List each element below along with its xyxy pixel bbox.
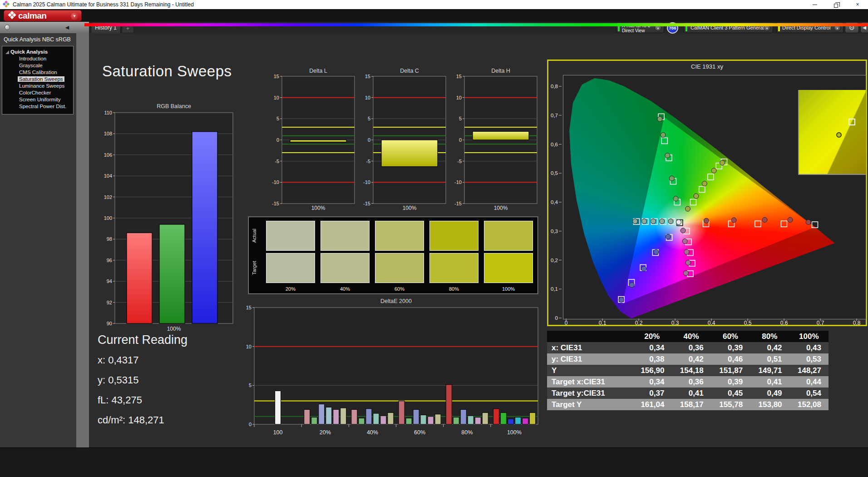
svg-text:15: 15	[365, 74, 370, 79]
svg-text:100%: 100%	[311, 205, 326, 211]
sidebar-item-grayscale[interactable]: Grayscale	[2, 62, 73, 69]
sidebar-bullet-icon[interactable]	[5, 25, 10, 30]
deltae-bar	[460, 409, 466, 424]
measured-magenta	[684, 271, 689, 276]
svg-text:-5: -5	[457, 159, 462, 164]
table-cell: 0,36	[671, 376, 710, 388]
sidebar-item-colorchecker[interactable]: ColorChecker	[2, 89, 73, 96]
svg-text:15: 15	[246, 305, 252, 310]
deltae-bar	[508, 419, 513, 424]
measured-green	[665, 153, 670, 158]
svg-text:5: 5	[249, 383, 252, 388]
table-cell: 0,39	[711, 342, 750, 353]
sidebar-item-screen-uniformity[interactable]: Screen Uniformity	[2, 96, 73, 103]
svg-text:0,2: 0,2	[551, 258, 558, 263]
deltae-bar	[500, 412, 506, 424]
svg-text:0,5: 0,5	[551, 170, 558, 176]
sidebar-item-saturation-sweeps[interactable]: Saturation Sweeps	[2, 76, 73, 83]
svg-text:60%: 60%	[414, 429, 425, 436]
deltae-bar	[373, 413, 379, 424]
calman-menu-button[interactable]: calman ▼	[4, 10, 82, 21]
svg-text:0,5: 0,5	[744, 320, 752, 326]
svg-text:0,2: 0,2	[635, 320, 643, 326]
svg-text:20%: 20%	[320, 429, 331, 436]
swatch-actual-80%	[429, 221, 478, 251]
swatch-actual-60%	[375, 221, 424, 251]
measured-white	[676, 219, 681, 224]
measured-blue	[619, 297, 624, 302]
swatch-col-label: 60%	[375, 285, 424, 293]
table-cell: 0,43	[789, 342, 829, 353]
target-red	[755, 221, 761, 227]
svg-text:100%: 100%	[167, 326, 181, 332]
svg-text:0: 0	[368, 137, 370, 143]
svg-text:0,6: 0,6	[551, 142, 558, 147]
delta_h-svg: Delta H-15-10-5051015100%	[448, 66, 539, 216]
measured-yellow	[711, 168, 716, 173]
table-row-label: x: CIE31	[547, 342, 632, 353]
swatch-actual-20%	[266, 221, 315, 251]
chevron-down-icon[interactable]: ▼	[71, 13, 78, 20]
measured-cyan	[633, 219, 638, 224]
svg-text:-15: -15	[454, 201, 462, 206]
cie-points-overlay: 00,10,20,30,40,50,60,70,800,10,20,30,40,…	[547, 60, 867, 326]
target-yellow	[690, 199, 696, 205]
reading-value: y: 0,5315	[98, 374, 187, 386]
deltae-bar	[359, 418, 365, 424]
measured-red	[806, 219, 811, 224]
sidebar-splitter[interactable]	[76, 33, 89, 447]
svg-text:80%: 80%	[461, 429, 473, 436]
table-col-header: 80%	[750, 331, 789, 342]
svg-text:0,3: 0,3	[671, 320, 679, 326]
measured-green	[673, 196, 678, 201]
table-cell: 156,90	[632, 365, 671, 376]
table-row-x-cie31: x: CIE310,340,360,390,420,43	[547, 342, 829, 353]
deltae-bar	[482, 412, 488, 424]
table-cell: 0,46	[711, 353, 750, 365]
sidebar-collapse-icon[interactable]: ◀	[64, 24, 71, 31]
measured-magenta	[686, 260, 690, 265]
table-corner	[547, 331, 632, 342]
swatch-col-label: 20%	[266, 285, 315, 293]
table-cell: 154,18	[671, 365, 710, 376]
restore-button[interactable]	[828, 0, 843, 9]
delta-l-chart: Delta L-15-10-5051015100%	[266, 66, 356, 216]
sidebar-item-spectral-power-dist[interactable]: Spectral Power Dist.	[2, 103, 73, 110]
sidebar-item-label: CMS Calibration	[18, 70, 59, 75]
swatch-col-label: 80%	[429, 285, 478, 293]
minimize-button[interactable]	[807, 0, 823, 9]
sidebar-item-luminance-sweeps[interactable]: Luminance Sweeps	[2, 83, 73, 89]
table-cell: 0,42	[750, 342, 789, 353]
svg-text:0,8: 0,8	[853, 320, 861, 326]
measured-blue	[641, 266, 646, 271]
delta-bar	[473, 131, 529, 140]
swatch-actual-40%	[321, 221, 370, 251]
table-cell: 153,80	[750, 399, 789, 410]
delta-bar	[290, 140, 346, 142]
svg-text:40%: 40%	[367, 429, 378, 436]
deltae-bar	[515, 417, 521, 424]
cie-1931-panel: CIE 1931 xy 00,10,20,30,40,50,60,70,800,…	[547, 60, 867, 326]
svg-text:5: 5	[276, 116, 279, 121]
app-header: calman ▼	[0, 9, 868, 22]
close-button[interactable]: ×	[850, 0, 865, 9]
sidebar-item-label: Screen Uniformity	[18, 97, 62, 102]
svg-text:94: 94	[107, 278, 112, 284]
svg-text:15: 15	[274, 74, 279, 79]
sidebar-item-introduction[interactable]: Introduction	[2, 55, 73, 62]
table-cell: 0,41	[671, 388, 710, 399]
sidebar-header: ◀	[0, 22, 89, 33]
svg-text:0,6: 0,6	[780, 320, 788, 326]
table-row-label: Target Y	[547, 399, 632, 410]
svg-text:10: 10	[456, 95, 462, 100]
table-cell: 0,42	[671, 353, 710, 365]
table-cell: 0,49	[750, 388, 789, 399]
svg-text:5: 5	[368, 116, 370, 121]
tree-root-quick-analysis[interactable]: Quick Analysis	[2, 49, 73, 55]
swatch-target-40%	[321, 253, 370, 283]
pattern-control-bar	[0, 447, 868, 477]
sidebar-item-cms-calibration[interactable]: CMS Calibration	[2, 69, 73, 76]
measured-yellow	[702, 181, 707, 186]
svg-text:15: 15	[456, 74, 462, 79]
swatch-col-label: 100%	[484, 285, 533, 293]
